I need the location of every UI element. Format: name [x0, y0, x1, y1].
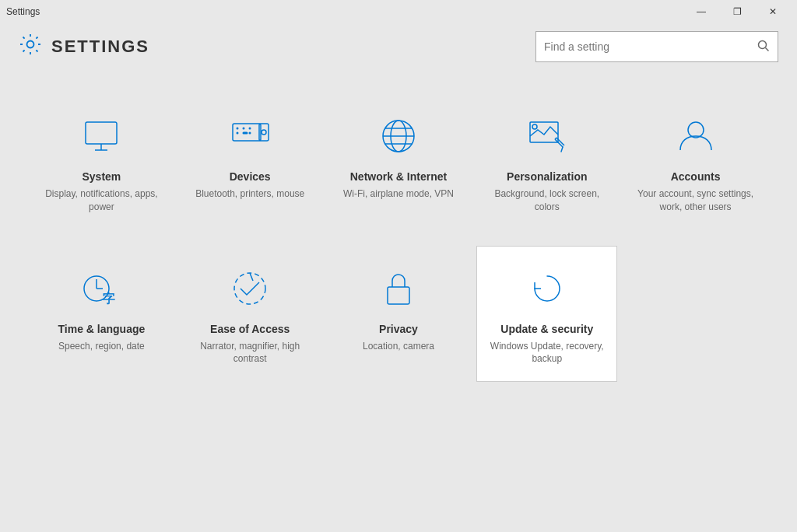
ease-name: Ease of Access	[210, 323, 290, 335]
svg-point-26	[688, 122, 704, 138]
accounts-desc: Your account, sync settings, work, other…	[634, 187, 757, 214]
app-title: SETTINGS	[51, 37, 149, 57]
system-desc: Display, notifications, apps, power	[40, 187, 163, 214]
window-controls: — ❐ ✕	[683, 0, 791, 23]
time-desc: Speech, region, date	[58, 340, 145, 353]
network-desc: Wi-Fi, airplane mode, VPN	[343, 187, 454, 201]
setting-privacy[interactable]: Privacy Location, camera	[328, 246, 469, 383]
svg-line-24	[555, 138, 556, 139]
update-icon	[524, 265, 571, 312]
update-desc: Windows Update, recovery, backup	[485, 340, 609, 366]
personalization-name: Personalization	[507, 170, 587, 183]
svg-line-25	[561, 147, 563, 152]
settings-row-1: System Display, notifications, apps, pow…	[31, 93, 766, 230]
search-input[interactable]	[544, 40, 757, 53]
time-name: Time & language	[58, 323, 146, 335]
time-icon: 字	[78, 265, 125, 312]
search-box	[535, 31, 778, 62]
network-icon	[375, 113, 422, 159]
settings-row-2: 字 Time & language Speech, region, date E…	[31, 246, 766, 383]
update-name: Update & security	[500, 323, 593, 335]
privacy-desc: Location, camera	[363, 340, 434, 353]
header: SETTINGS	[0, 23, 797, 70]
search-icon	[757, 40, 770, 54]
svg-line-2	[766, 47, 769, 51]
svg-point-0	[27, 40, 34, 47]
personalization-desc: Background, lock screen, colors	[485, 187, 609, 214]
svg-rect-3	[86, 122, 117, 144]
setting-update[interactable]: Update & security Windows Update, recove…	[476, 246, 617, 383]
devices-name: Devices	[230, 170, 271, 183]
maximize-button[interactable]: ❐	[719, 0, 755, 23]
setting-devices[interactable]: Devices Bluetooth, printers, mouse	[180, 93, 321, 230]
personalization-icon	[524, 113, 571, 159]
svg-text:字: 字	[103, 292, 115, 305]
setting-personalization[interactable]: Personalization Background, lock screen,…	[476, 93, 617, 230]
empty-cell	[625, 246, 766, 383]
network-name: Network & Internet	[350, 170, 447, 183]
svg-point-31	[234, 273, 265, 304]
svg-point-1	[759, 40, 767, 48]
setting-accounts[interactable]: Accounts Your account, sync settings, wo…	[625, 93, 766, 230]
svg-point-21	[532, 124, 537, 129]
accounts-icon	[672, 113, 719, 159]
privacy-name: Privacy	[379, 323, 418, 335]
window-title: Settings	[6, 6, 40, 17]
minimize-button[interactable]: —	[683, 0, 719, 23]
accounts-name: Accounts	[671, 170, 721, 183]
system-name: System	[82, 170, 121, 183]
devices-icon	[226, 113, 273, 159]
ease-desc: Narrator, magnifier, high contrast	[188, 340, 312, 366]
svg-line-32	[250, 273, 253, 281]
ease-icon	[226, 265, 273, 312]
setting-ease[interactable]: Ease of Access Narrator, magnifier, high…	[180, 246, 321, 383]
devices-desc: Bluetooth, printers, mouse	[195, 187, 304, 201]
setting-network[interactable]: Network & Internet Wi-Fi, airplane mode,…	[328, 93, 469, 230]
close-button[interactable]: ✕	[755, 0, 791, 23]
system-icon	[78, 113, 125, 159]
setting-system[interactable]: System Display, notifications, apps, pow…	[31, 93, 172, 230]
settings-gear-icon	[19, 33, 42, 61]
header-left: SETTINGS	[19, 33, 149, 61]
svg-rect-33	[388, 287, 409, 304]
privacy-icon	[375, 265, 422, 312]
svg-point-14	[262, 130, 266, 135]
setting-time[interactable]: 字 Time & language Speech, region, date	[31, 246, 172, 383]
title-bar: Settings — ❐ ✕	[0, 0, 797, 23]
main-content: System Display, notifications, apps, pow…	[0, 70, 797, 532]
